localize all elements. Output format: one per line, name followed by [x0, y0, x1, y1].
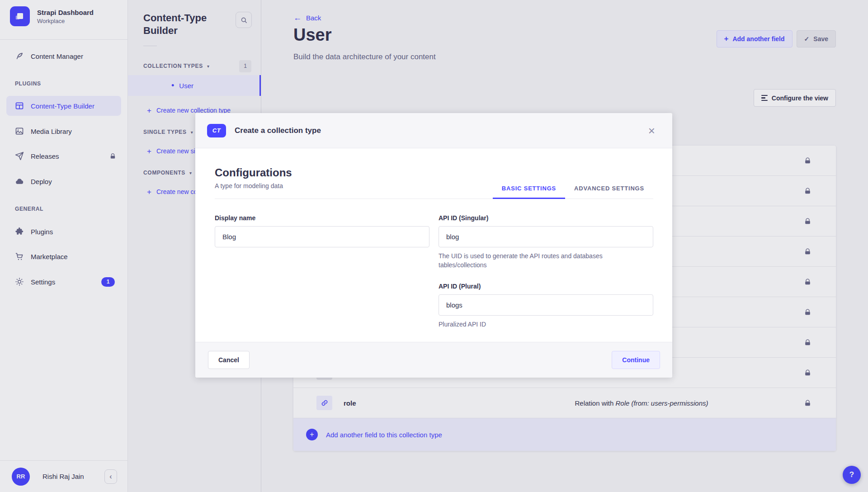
cancel-button[interactable]: Cancel: [208, 351, 250, 369]
display-name-input[interactable]: [215, 226, 429, 247]
api-id-singular-input[interactable]: [439, 226, 653, 247]
display-name-label: Display name: [215, 214, 429, 222]
modal-header: CT Create a collection type ×: [195, 113, 672, 148]
configurations-heading: Configurations: [215, 166, 292, 179]
continue-button[interactable]: Continue: [612, 351, 660, 369]
create-collection-type-modal: CT Create a collection type × Configurat…: [195, 113, 672, 378]
ct-badge: CT: [207, 124, 226, 137]
tab-advanced-settings[interactable]: ADVANCED SETTINGS: [565, 185, 653, 199]
tab-basic-settings[interactable]: BASIC SETTINGS: [493, 185, 565, 199]
api-id-plural-input[interactable]: [439, 294, 653, 316]
api-id-plural-label: API ID (Plural): [439, 283, 653, 290]
api-id-singular-hint: The UID is used to generate the API rout…: [439, 251, 633, 270]
modal-body: Configurations A type for modeling data …: [195, 148, 672, 342]
modal-tabs: BASIC SETTINGS ADVANCED SETTINGS: [493, 166, 653, 199]
close-modal-button[interactable]: ×: [648, 125, 655, 137]
api-id-plural-hint: Pluralized API ID: [439, 320, 633, 329]
modal-title: Create a collection type: [235, 126, 321, 135]
close-icon: ×: [648, 124, 655, 137]
modal-footer: Cancel Continue: [195, 342, 672, 378]
configurations-subheading: A type for modeling data: [215, 182, 292, 199]
api-id-singular-label: API ID (Singular): [439, 214, 653, 222]
